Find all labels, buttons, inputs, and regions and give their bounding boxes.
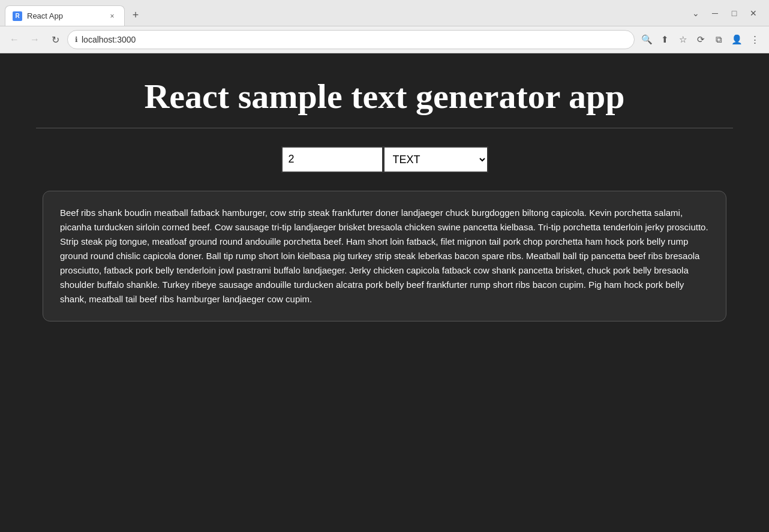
forward-button[interactable]: → — [26, 31, 43, 48]
lock-icon: ℹ — [75, 35, 78, 44]
title-bar: R React App × + ⌄ ─ □ ✕ — [0, 0, 769, 26]
back-button[interactable]: ← — [6, 31, 23, 48]
generated-text: Beef ribs shank boudin meatball fatback … — [60, 206, 709, 306]
menu-button[interactable]: ⋮ — [746, 31, 763, 48]
tab-title: React App — [27, 11, 103, 20]
profile-icon[interactable]: 👤 — [728, 31, 745, 48]
page-divider — [36, 128, 733, 128]
refresh-button[interactable]: ↻ — [47, 31, 64, 48]
share-icon[interactable]: ⬆ — [656, 31, 673, 48]
extension-icon[interactable]: ⟳ — [692, 31, 709, 48]
type-select[interactable]: TEXT HTML MARKDOWN — [383, 146, 488, 173]
generated-text-box: Beef ribs shank boudin meatball fatback … — [43, 191, 726, 321]
browser-toolbar: ← → ↻ ℹ 🔍 ⬆ ☆ ⟳ ⧉ 👤 ⋮ — [0, 26, 769, 53]
star-icon[interactable]: ☆ — [674, 31, 691, 48]
new-tab-button[interactable]: + — [127, 7, 144, 23]
browser-chrome: R React App × + ⌄ ─ □ ✕ ← → ↻ ℹ 🔍 ⬆ ☆ ⟳ … — [0, 0, 769, 53]
url-input[interactable] — [82, 35, 627, 44]
page-content: React sample text generator app TEXT HTM… — [0, 53, 769, 532]
tab-favicon: R — [13, 11, 22, 21]
chevron-down-button[interactable]: ⌄ — [687, 5, 704, 22]
minimize-button[interactable]: ─ — [707, 5, 723, 22]
active-tab[interactable]: R React App × — [5, 5, 125, 26]
page-title: React sample text generator app — [144, 77, 624, 116]
maximize-button[interactable]: □ — [726, 5, 743, 22]
puzzle-icon[interactable]: ⧉ — [710, 31, 727, 48]
window-controls: ⌄ ─ □ ✕ — [680, 0, 769, 26]
number-input[interactable] — [281, 146, 383, 173]
controls-row: TEXT HTML MARKDOWN — [281, 146, 488, 173]
address-bar[interactable]: ℹ — [67, 30, 635, 49]
tab-area: R React App × + — [0, 0, 680, 26]
tab-close-button[interactable]: × — [107, 11, 117, 21]
zoom-icon[interactable]: 🔍 — [638, 31, 655, 48]
toolbar-right: 🔍 ⬆ ☆ ⟳ ⧉ 👤 ⋮ — [638, 31, 763, 48]
close-window-button[interactable]: ✕ — [745, 5, 762, 22]
